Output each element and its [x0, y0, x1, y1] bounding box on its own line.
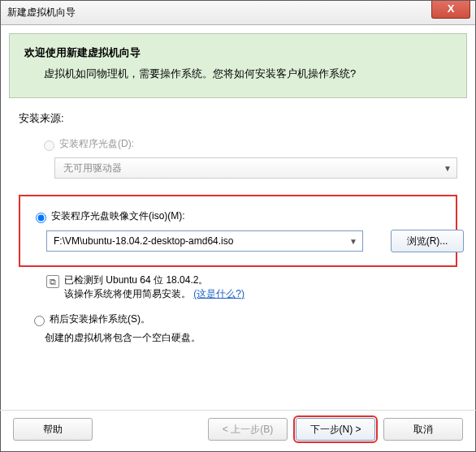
- window-title: 新建虚拟机向导: [7, 6, 76, 19]
- option-iso-radio[interactable]: [36, 213, 46, 223]
- browse-button[interactable]: 浏览(R)...: [391, 230, 464, 252]
- detected-os-text: 已检测到 Ubuntu 64 位 18.04.2。: [64, 273, 244, 287]
- iso-path-combo[interactable]: F:\VM\ubuntu-18.04.2-desktop-amd64.iso ▼: [46, 230, 363, 252]
- close-button[interactable]: X: [431, 1, 470, 19]
- option-later-label: 稍后安装操作系统(S)。: [50, 312, 150, 326]
- option-later-row[interactable]: 稍后安装操作系统(S)。: [30, 312, 457, 326]
- option-later-radio[interactable]: [34, 316, 45, 326]
- chevron-down-icon: ▼: [444, 164, 452, 173]
- cancel-button[interactable]: 取消: [383, 418, 463, 441]
- option-iso-highlight: 安装程序光盘映像文件(iso)(M): F:\VM\ubuntu-18.04.2…: [19, 195, 457, 267]
- header-title: 欢迎使用新建虚拟机向导: [24, 45, 452, 60]
- option-disc-label: 安装程序光盘(D):: [59, 137, 134, 151]
- chevron-down-icon: ▼: [349, 237, 357, 246]
- help-button[interactable]: 帮助: [13, 418, 93, 441]
- install-source-label: 安装来源:: [19, 111, 457, 126]
- disc-dropdown-value: 无可用驱动器: [63, 161, 122, 175]
- iso-path-value: F:\VM\ubuntu-18.04.2-desktop-amd64.iso: [54, 235, 233, 247]
- info-icon: ⧉: [46, 275, 59, 288]
- back-button[interactable]: < 上一步(B): [208, 418, 288, 441]
- header-subtitle: 虚拟机如同物理机，需要操作系统。您将如何安装客户机操作系统?: [44, 67, 452, 81]
- option-disc-radio[interactable]: [44, 140, 54, 151]
- option-iso-row[interactable]: 安装程序光盘映像文件(iso)(M):: [32, 209, 444, 223]
- wizard-header: 欢迎使用新建虚拟机向导 虚拟机如同物理机，需要操作系统。您将如何安装客户机操作系…: [9, 33, 467, 98]
- option-later-desc: 创建的虚拟机将包含一个空白硬盘。: [45, 331, 457, 345]
- whats-this-link[interactable]: (这是什么?): [193, 288, 244, 299]
- next-button[interactable]: 下一步(N) >: [296, 418, 375, 441]
- option-iso-label: 安装程序光盘映像文件(iso)(M):: [51, 209, 185, 223]
- titlebar: 新建虚拟机向导 X: [1, 1, 475, 25]
- option-disc-row[interactable]: 安装程序光盘(D):: [40, 137, 457, 151]
- easy-install-text: 该操作系统将使用简易安装。: [64, 288, 191, 299]
- disc-dropdown[interactable]: 无可用驱动器 ▼: [54, 157, 457, 179]
- wizard-footer: 帮助 < 上一步(B) 下一步(N) > 取消: [0, 410, 476, 447]
